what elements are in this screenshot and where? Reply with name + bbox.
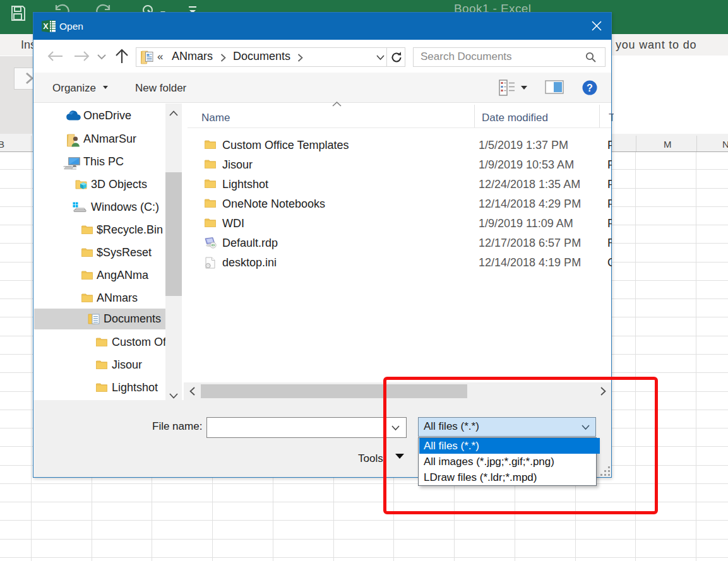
- svg-text:X: X: [43, 22, 49, 31]
- svg-text:?: ?: [587, 83, 593, 93]
